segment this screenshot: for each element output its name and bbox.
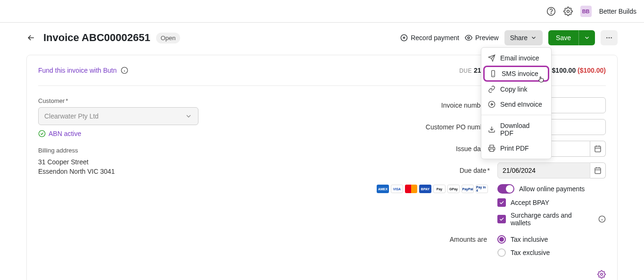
abn-status-link[interactable]: ABN active <box>38 130 198 137</box>
help-icon[interactable] <box>546 7 556 16</box>
svg-point-6 <box>609 37 610 39</box>
avatar[interactable]: BB <box>580 6 592 17</box>
balance-value: ($100.00) <box>578 67 606 74</box>
apple-pay-icon: Pay <box>433 185 446 193</box>
due-date-label: Due date <box>460 167 490 174</box>
svg-point-5 <box>606 37 608 39</box>
billing-address-label: Billing address <box>38 147 198 154</box>
svg-point-7 <box>611 37 612 39</box>
share-print-label: Print PDF <box>500 144 529 152</box>
mastercard-icon <box>405 185 417 193</box>
share-sms-item[interactable]: SMS invoice <box>483 66 549 82</box>
settings-icon[interactable] <box>563 7 573 16</box>
billing-address: 31 Cooper Street Essendon North VIC 3041 <box>38 158 198 176</box>
fund-link[interactable]: Fund this invoice with Butn <box>38 67 117 74</box>
amex-icon: AMEX <box>377 185 389 193</box>
page-title: Invoice ABC00002651 <box>43 32 150 44</box>
share-sms-label: SMS invoice <box>502 70 538 77</box>
amounts-are-label: Amounts are <box>221 236 492 243</box>
payin4-icon: Pay in 4 <box>476 185 488 193</box>
online-payments-label: Allow online payments <box>519 185 585 193</box>
share-dropdown: Email invoice SMS invoice Copy link Send… <box>481 47 552 159</box>
surcharge-info-icon[interactable] <box>598 215 606 223</box>
share-email-label: Email invoice <box>500 54 539 62</box>
po-label: Customer PO number <box>221 123 497 131</box>
customer-select[interactable]: Clearwater Pty Ltd <box>38 107 198 125</box>
cursor-icon <box>537 76 545 83</box>
online-payments-toggle[interactable] <box>497 184 514 194</box>
back-button[interactable] <box>26 33 36 42</box>
addr-line1: 31 Cooper Street <box>38 158 198 167</box>
svg-point-2 <box>567 10 569 12</box>
title-bar: Invoice ABC00002651 Open Record payment … <box>26 30 618 45</box>
tax-inclusive-label: Tax inclusive <box>511 236 548 243</box>
tax-exclusive-radio[interactable] <box>497 248 506 257</box>
share-email-item[interactable]: Email invoice <box>481 51 551 66</box>
addr-line2: Essendon North VIC 3041 <box>38 167 198 177</box>
due-label: DUE <box>459 68 472 74</box>
share-copy-item[interactable]: Copy link <box>481 82 551 97</box>
total-value: $100.00 <box>552 67 576 74</box>
preview-button[interactable]: Preview <box>465 34 499 42</box>
more-actions-button[interactable] <box>601 30 618 45</box>
accept-bpay-checkbox[interactable] <box>497 198 506 207</box>
svg-point-12 <box>39 130 45 136</box>
dropdown-separator <box>481 115 551 115</box>
share-download-label: Download PDF <box>500 122 545 137</box>
paypal-icon: PayPal <box>462 185 474 193</box>
share-copy-label: Copy link <box>500 85 528 93</box>
table-settings-icon[interactable] <box>597 270 606 279</box>
share-download-item[interactable]: Download PDF <box>481 118 551 141</box>
share-label: Share <box>510 34 528 42</box>
record-payment-label: Record payment <box>411 34 459 42</box>
svg-rect-10 <box>490 149 494 151</box>
accept-bpay-label: Accept BPAY <box>511 199 549 206</box>
surcharge-checkbox[interactable] <box>497 215 506 223</box>
preview-label: Preview <box>475 34 499 42</box>
svg-point-1 <box>551 13 551 13</box>
surcharge-label: Surcharge cards and wallets <box>511 212 594 227</box>
share-print-item[interactable]: Print PDF <box>481 141 551 156</box>
record-payment-button[interactable]: Record payment <box>400 34 459 42</box>
share-einvoice-item[interactable]: Send eInvoice <box>481 97 551 112</box>
user-name: Better Builds <box>599 8 636 15</box>
tax-inclusive-radio[interactable] <box>497 235 506 244</box>
abn-status-label: ABN active <box>49 130 81 137</box>
svg-point-4 <box>468 37 470 39</box>
customer-label: Customer <box>38 97 198 104</box>
status-badge: Open <box>156 33 181 43</box>
save-dropdown-button[interactable] <box>578 30 595 45</box>
app-header: BB Better Builds <box>0 0 644 23</box>
share-button[interactable]: Share <box>504 30 543 45</box>
google-pay-icon: GPay <box>447 185 460 193</box>
due-date-input[interactable] <box>497 162 590 178</box>
svg-rect-8 <box>492 70 495 76</box>
customer-value: Clearwater Pty Ltd <box>44 112 99 120</box>
due-date-picker-button[interactable] <box>590 162 606 178</box>
svg-point-16 <box>601 273 603 276</box>
save-button[interactable]: Save <box>548 30 578 45</box>
svg-rect-14 <box>595 168 601 174</box>
info-icon[interactable] <box>121 67 128 74</box>
svg-rect-13 <box>595 146 601 152</box>
tax-exclusive-label: Tax exclusive <box>511 249 550 256</box>
share-einvoice-label: Send eInvoice <box>500 101 542 108</box>
bpay-icon: BPAY <box>419 185 431 193</box>
payment-method-icons: AMEX VISA BPAY Pay GPay PayPal Pay in 4 <box>377 185 488 193</box>
visa-icon: VISA <box>391 185 403 193</box>
issue-date-picker-button[interactable] <box>590 141 606 157</box>
